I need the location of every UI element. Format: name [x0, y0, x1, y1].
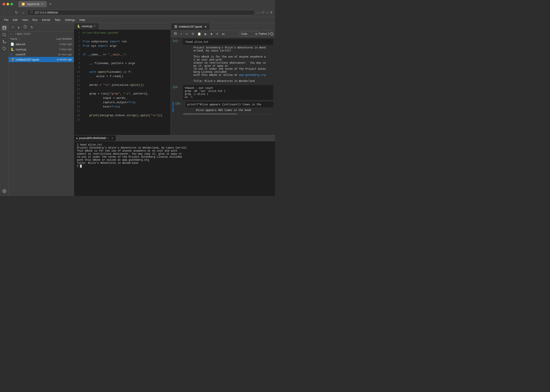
stop-button[interactable]: ■ [209, 31, 214, 36]
minimize-button[interactable] [7, 3, 9, 5]
file-name-notebook: Untitled1337.ipynb [16, 58, 46, 61]
nb-cell-3-code[interactable]: print(f"Alice appears {int(count)} times… [186, 102, 273, 107]
kernel-lang: Python 3 [259, 32, 269, 35]
sidebar-icon-files[interactable] [1, 25, 7, 31]
nb-cell-3-bar [173, 102, 173, 107]
terminal-line-6: re-use it under the terms of the Project… [77, 155, 272, 159]
tab-notebook[interactable]: 📓 Untitled1337.ipynb ● [171, 23, 210, 30]
nb-cell-3-label: [3]: [175, 102, 184, 105]
navbar: ‹ › ↻ ⌂ 🛡 127.0.0.1:8888/lab ⋯ 🛡 ☆ ≡ [0, 8, 275, 17]
menubar: File Edit View Run Kernel Tabs Settings … [0, 17, 275, 23]
menu-file[interactable]: File [2, 17, 11, 22]
nb-cell-1-label: [1]: [173, 39, 181, 42]
menu-icon[interactable]: ≡ [270, 10, 272, 15]
fast-forward-button[interactable]: ⏭ [221, 31, 226, 36]
notebook-tabs: 📓 Untitled1337.ipynb ● [171, 23, 275, 30]
svg-point-0 [22, 3, 24, 5]
refresh-files-button[interactable]: ↻ [29, 25, 35, 30]
menu-view[interactable]: View [20, 17, 30, 22]
kernel-select[interactable]: Code Markdown Raw [239, 31, 258, 36]
column-name-header[interactable]: Name ↑ [10, 37, 46, 40]
paste-button[interactable]: 📋 [196, 31, 202, 36]
maximize-button[interactable] [10, 3, 13, 5]
nb-cell-1-code[interactable]: !head alice.txt [183, 39, 273, 45]
shield-icon2[interactable]: 🛡 [262, 11, 264, 14]
sidebar-icon-settings[interactable] [1, 188, 7, 194]
svg-rect-1 [3, 26, 6, 29]
notebook-panel: 📓 Untitled1337.ipynb ● + ✂ ⧉ 📋 ▶ ■ ↺ [171, 23, 275, 135]
code-line-16: 16 input = words, [74, 96, 171, 101]
forward-button[interactable]: › [8, 10, 12, 15]
cut-button[interactable]: ✂ [184, 31, 190, 36]
tab-close-icon[interactable]: × [41, 2, 43, 6]
file-item-notebook[interactable]: 📓 Untitled1337.ipynb a minute ago [9, 57, 74, 62]
menu-edit[interactable]: Edit [11, 17, 20, 22]
tab-bar: JupyterLab × + [18, 1, 272, 7]
terminal-tab-close[interactable]: × [112, 136, 113, 140]
file-modified-countr: an hour ago [46, 53, 72, 56]
code-editor[interactable]: 1 #!/usr/bin/env python 2 3 from subproc… [74, 29, 171, 135]
sidebar-icon-git[interactable] [1, 39, 7, 45]
nb-cell-1: [1]: !head alice.txt Project Gutenberg's… [173, 39, 273, 83]
terminal-tab-bar: ▸ jovyan@f0c36d91b8a6: ~ × [74, 135, 275, 141]
sort-icon: ↑ [19, 37, 20, 40]
add-cell-button[interactable]: + [179, 31, 184, 36]
browser-tab[interactable]: JupyterLab × [18, 1, 47, 7]
bookmark-icon[interactable]: ☆ [266, 11, 269, 14]
file-browser: + ▲ ↻ / … / data / ch10 / Name ↑ Last Mo… [9, 23, 74, 196]
refresh-button[interactable]: ↻ [14, 10, 19, 15]
nb-cell-3: [3]: print(f"Alice appears {int(count)} … [173, 102, 273, 115]
menu-run[interactable]: Run [30, 17, 40, 22]
code-line-1: 1 #!/usr/bin/env python [74, 31, 171, 36]
close-button[interactable] [3, 3, 5, 5]
code-line-15: 15 grep = run(["grep", "-i", pattern], [74, 92, 171, 96]
cursor [80, 165, 82, 168]
run-button[interactable]: ▶ [203, 31, 208, 36]
save-button[interactable] [173, 31, 178, 36]
terminal-tab[interactable]: ▸ jovyan@f0c36d91b8a6: ~ × [74, 135, 116, 141]
tab-title: JupyterLab [27, 3, 39, 6]
tab-close-countpy[interactable]: × [94, 24, 96, 28]
file-item-alice[interactable]: 📄 alice.txt 3 days ago [9, 42, 74, 47]
terminal-content[interactable]: $ head alice.txt Project Gutenberg's Ali… [74, 141, 275, 196]
code-line-18: 18 text=True) [74, 105, 171, 109]
extensions-icon[interactable]: ⋯ [256, 10, 260, 15]
nb-cell-2-code[interactable]: %%bash --out count grep -oE '\w+' alice.… [183, 85, 273, 100]
sidebar-icon-search[interactable] [1, 32, 7, 38]
file-modified-countpy: 3 days ago [46, 48, 72, 51]
kernel-status-icon [270, 32, 273, 35]
column-modified-header: Last Modified [46, 37, 72, 40]
gutenberg-link[interactable]: www.gutenberg.org [239, 73, 266, 77]
file-item-countpy[interactable]: 🐍 count.py 3 days ago [9, 47, 74, 52]
nb-cell-3-output-row: Alice appears 403 times in the book [173, 108, 273, 112]
code-line-17: 17 capture_output=True, [74, 101, 171, 105]
new-file-button[interactable] [22, 24, 28, 30]
menu-tabs[interactable]: Tabs [52, 17, 63, 22]
home-button[interactable]: ⌂ [21, 10, 26, 15]
restart-button[interactable]: ↺ [214, 31, 220, 36]
menu-settings[interactable]: Settings [63, 17, 77, 22]
new-tab-button[interactable]: + [49, 2, 52, 7]
nb-cell-3-output: Alice appears 403 times in the book [196, 108, 251, 112]
copy-button[interactable]: ⧉ [190, 31, 195, 36]
sidebar-icon-extensions[interactable] [1, 46, 7, 52]
file-modified-notebook: a minute ago [46, 58, 72, 61]
file-item-countr[interactable]: R count.R an hour ago [9, 52, 74, 57]
nb-cell-1-output: Project Gutenberg's Alice's Adventures i… [193, 45, 266, 83]
upload-button[interactable]: ▲ [16, 25, 21, 29]
code-line-12: 12 [74, 79, 171, 83]
code-line-6: 6 if __name__ == "__main__": [74, 53, 171, 57]
address-bar[interactable]: 🛡 127.0.0.1:8888/lab [27, 10, 255, 15]
tab-countpy[interactable]: 🐍 count.py × [74, 23, 99, 29]
notebook-cells: [1]: !head alice.txt Project Gutenberg's… [171, 37, 275, 135]
code-line-20: 20 print(len(grep.stdout.strip().split("… [74, 114, 171, 118]
scroll-thumb[interactable] [183, 113, 237, 115]
notebook-tab-label: Untitled1337.ipynb [179, 25, 202, 28]
menu-help[interactable]: Help [77, 17, 87, 22]
back-button[interactable]: ‹ [3, 10, 6, 15]
nav-right: ⋯ 🛡 ☆ ≡ [256, 10, 272, 15]
jupyterlab-icon [22, 3, 25, 6]
menu-kernel[interactable]: Kernel [40, 17, 52, 22]
new-folder-button[interactable]: + [10, 25, 15, 30]
editor-notebook-row: 🐍 count.py × 1 #!/usr/bin/env python 2 [74, 23, 275, 135]
